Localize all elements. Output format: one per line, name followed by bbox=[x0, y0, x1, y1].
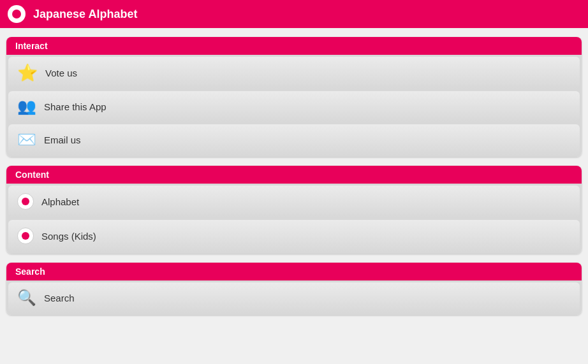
content-section-header: Content bbox=[6, 166, 582, 184]
app-title: Japanese Alphabet bbox=[33, 8, 137, 21]
email-label: Email us bbox=[44, 135, 81, 145]
people-icon: 👥 bbox=[17, 99, 36, 114]
search-section: Search 🔍 Search bbox=[6, 263, 582, 315]
star-icon: ⭐ bbox=[17, 64, 38, 81]
search-icon: 🔍 bbox=[17, 290, 36, 305]
app-header: Japanese Alphabet bbox=[0, 0, 588, 28]
songs-item[interactable]: Songs (Kids) bbox=[8, 220, 580, 252]
songs-flag-icon bbox=[17, 228, 34, 244]
interact-section: Interact ⭐ Vote us 👥 Share this App ✉️ E… bbox=[6, 37, 582, 157]
share-label: Share this App bbox=[44, 101, 107, 112]
vote-item[interactable]: ⭐ Vote us bbox=[8, 57, 580, 89]
search-label: Search bbox=[44, 293, 75, 303]
search-item[interactable]: 🔍 Search bbox=[8, 282, 580, 313]
alphabet-label: Alphabet bbox=[41, 196, 79, 207]
japan-flag-icon bbox=[8, 5, 26, 23]
content-section: Content Alphabet Songs (Kids) bbox=[6, 166, 582, 254]
content-section-body: Alphabet Songs (Kids) bbox=[6, 184, 582, 254]
main-content: Interact ⭐ Vote us 👥 Share this App ✉️ E… bbox=[0, 28, 588, 324]
email-icon: ✉️ bbox=[17, 132, 36, 147]
email-item[interactable]: ✉️ Email us bbox=[8, 124, 580, 155]
interact-section-header: Interact bbox=[6, 37, 582, 55]
search-section-body: 🔍 Search bbox=[6, 280, 582, 315]
songs-label: Songs (Kids) bbox=[41, 231, 96, 242]
alphabet-flag-icon bbox=[17, 193, 34, 210]
interact-section-body: ⭐ Vote us 👥 Share this App ✉️ Email us bbox=[6, 55, 582, 157]
search-section-header: Search bbox=[6, 263, 582, 280]
share-item[interactable]: 👥 Share this App bbox=[8, 91, 580, 122]
alphabet-item[interactable]: Alphabet bbox=[8, 186, 580, 217]
vote-label: Vote us bbox=[45, 68, 77, 78]
